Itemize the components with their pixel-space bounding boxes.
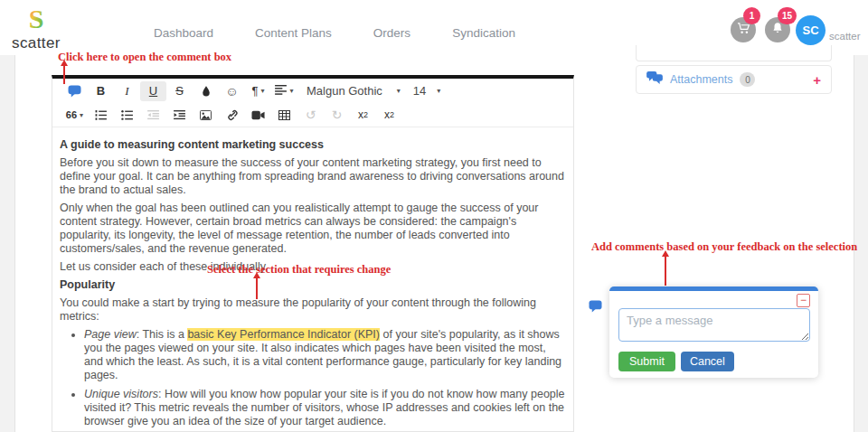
emoticon-button[interactable]: ☺ [219, 81, 245, 101]
font-size-value: 14 [413, 84, 426, 98]
nav-orders[interactable]: Orders [373, 26, 410, 40]
metric-term: Unique visitors [84, 388, 158, 400]
indent-icon[interactable] [166, 105, 193, 125]
subscript-button[interactable]: x2 [350, 105, 376, 125]
cart-button[interactable]: 1 [731, 17, 756, 42]
highlighted-text[interactable]: basic Key Performance Indicator (KPI) [187, 328, 380, 341]
logo-wordmark[interactable]: scatter [12, 34, 61, 52]
comment-thread-icon[interactable] [589, 300, 602, 316]
bell-icon [771, 22, 784, 38]
annotation-selection-note: Select the section that requires change [207, 263, 391, 277]
redo-icon[interactable]: ↻ [324, 105, 350, 125]
main-nav: Dashboard Content Plans Orders Syndicati… [154, 26, 515, 40]
outdent-icon[interactable] [140, 105, 166, 125]
blockquote-button[interactable]: 66 ▾ [61, 105, 88, 125]
username-label: scatter [829, 31, 861, 42]
bold-button[interactable]: B [88, 81, 114, 101]
undo-icon[interactable]: ↺ [297, 105, 324, 125]
align-left-icon [275, 84, 287, 98]
insert-image-icon[interactable] [193, 105, 219, 125]
chevron-down-icon: ▾ [289, 87, 293, 95]
insert-link-icon[interactable] [219, 105, 245, 125]
comment-input[interactable] [618, 308, 810, 342]
chevron-down-icon: ▾ [80, 111, 83, 119]
superscript-button[interactable]: x2 [376, 105, 402, 125]
annotation-arrow [256, 277, 258, 299]
superscript-mark: 2 [390, 110, 394, 119]
minimize-button[interactable]: − [797, 294, 810, 307]
comment-icon[interactable] [61, 81, 88, 101]
quote-icon: 66 [66, 109, 77, 120]
nav-content-plans[interactable]: Content Plans [255, 26, 332, 40]
annotation-toolbar-note: Click here to open the comment box [58, 51, 231, 64]
align-button[interactable]: ▾ [271, 81, 297, 101]
rich-text-editor: B I U S ☺ ¶ ▾ ▾ Malgun Gothic ▾ [52, 75, 574, 432]
metrics-list: Page view: This is a basic Key Performan… [60, 328, 566, 432]
left-page-gutter [0, 55, 15, 432]
attachments-label: Attachments [670, 73, 732, 86]
toolbar-row-2: 66 ▾ [52, 103, 573, 127]
comment-box: − Submit Cancel [609, 286, 818, 378]
comments-icon [646, 71, 663, 88]
metric-term: Page view [84, 328, 137, 341]
font-family-select[interactable]: Malgun Gothic ▾ [307, 84, 401, 98]
cancel-button[interactable]: Cancel [681, 352, 734, 371]
underline-button[interactable]: U [140, 81, 166, 101]
paragraph: Only when the goal has been outlined can… [60, 202, 566, 256]
list-item: Page view: This is a basic Key Performan… [84, 328, 566, 382]
paragraph: You could make a start by trying to meas… [60, 296, 566, 324]
chevron-down-icon: ▾ [397, 87, 401, 95]
notifications-badge: 15 [778, 7, 797, 24]
avatar[interactable]: SC [796, 15, 826, 45]
text-color-icon[interactable] [193, 81, 219, 101]
metric-text: : This is a [137, 328, 188, 341]
paragraph-format-button[interactable]: ¶ ▾ [245, 81, 271, 101]
paragraph: Before you sit down to measure the succe… [60, 156, 566, 197]
toolbar-row-1: B I U S ☺ ¶ ▾ ▾ Malgun Gothic ▾ [52, 79, 573, 103]
annotation-comment-note: Add comments based on your feedback on t… [591, 240, 857, 254]
section-heading: Popularity [60, 278, 566, 292]
comment-box-header [609, 286, 818, 291]
font-family-value: Malgun Gothic [307, 84, 382, 98]
svg-text:S: S [29, 5, 44, 33]
notifications-button[interactable]: 15 [765, 17, 790, 42]
annotation-arrow [63, 65, 65, 84]
scatter-logo-icon[interactable]: S [24, 5, 49, 37]
document-title: A guide to measuring content marketing s… [60, 138, 566, 152]
chevron-down-icon: ▾ [437, 87, 440, 95]
page: S scatter Dashboard Content Plans Orders… [0, 0, 868, 432]
attachments-count-badge: 0 [740, 72, 755, 87]
document-content[interactable]: A guide to measuring content marketing s… [52, 127, 573, 432]
attachments-panel[interactable]: Attachments 0 + [636, 65, 832, 94]
comment-actions: Submit Cancel [618, 352, 734, 371]
insert-video-icon[interactable] [245, 105, 271, 125]
strikethrough-button[interactable]: S [166, 81, 193, 101]
cart-badge: 1 [743, 7, 760, 24]
pilcrow-icon: ¶ [252, 84, 259, 98]
insert-table-icon[interactable] [271, 105, 297, 125]
font-size-select[interactable]: 14 ▾ [413, 84, 440, 98]
nav-syndication[interactable]: Syndication [452, 26, 515, 40]
submit-button[interactable]: Submit [618, 352, 675, 371]
ordered-list-icon[interactable] [88, 105, 114, 125]
annotation-arrow [665, 256, 666, 286]
chevron-down-icon: ▾ [260, 87, 264, 95]
collapsed-panel-card [636, 45, 832, 61]
add-attachment-button[interactable]: + [813, 72, 821, 88]
unordered-list-icon[interactable] [114, 105, 140, 125]
nav-dashboard[interactable]: Dashboard [154, 26, 213, 40]
italic-button[interactable]: I [114, 81, 140, 101]
list-item: Unique visitors: How will you know how p… [84, 388, 566, 428]
subscript-mark: 2 [363, 110, 368, 119]
